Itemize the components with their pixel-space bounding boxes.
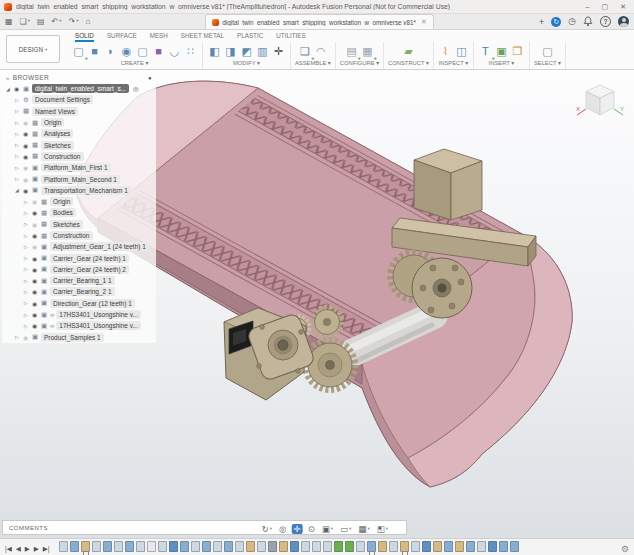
browser-item-platform-main-first-1[interactable]: ▷◉▣Platform_Main_First 1 — [2, 162, 156, 173]
timeline-feature-icon[interactable] — [191, 541, 200, 552]
grid-layout-icon[interactable]: ▦▾ — [356, 524, 371, 535]
ribbon-group-label-insert[interactable]: INSERT ▾ — [489, 60, 515, 68]
timeline-feature-icon[interactable] — [235, 541, 244, 552]
maximize-button[interactable]: ▢ — [602, 3, 609, 11]
timeline-feature-icon[interactable] — [367, 541, 376, 552]
collapsed-arrow-icon[interactable]: ▷ — [14, 153, 20, 159]
browser-item-sketches[interactable]: ▷◉▦Sketches — [2, 219, 156, 230]
help-icon[interactable]: ? — [600, 16, 611, 27]
timeline-step-back-button[interactable]: ◀ — [16, 545, 21, 553]
visibility-eye-icon[interactable]: ◉ — [22, 187, 29, 194]
visibility-eye-icon[interactable]: ◉ — [31, 232, 38, 239]
visibility-eye-icon[interactable]: ◉ — [31, 322, 38, 329]
visibility-eye-icon[interactable]: ◉ — [22, 334, 29, 341]
look-at-icon[interactable]: ◎ — [277, 524, 288, 535]
browser-display-icon[interactable]: ● — [148, 75, 152, 81]
job-status-icon[interactable]: ↻ — [551, 17, 561, 27]
revolve-icon[interactable]: ◗ — [103, 43, 118, 60]
browser-item-transportation-mechanism-1[interactable]: ◢◉▣Transportation_Mechanism 1 — [2, 185, 156, 196]
timeline-feature-icon[interactable] — [389, 541, 398, 552]
collapsed-arrow-icon[interactable]: ▷ — [23, 210, 29, 216]
browser-item-construction[interactable]: ▷◉▦Construction — [2, 230, 156, 241]
timeline-feature-icon[interactable] — [268, 541, 277, 552]
ribbon-group-label-create[interactable]: CREATE ▾ — [121, 60, 149, 68]
file-icon[interactable]: ❏▾ — [20, 18, 30, 26]
timeline-feature-icon[interactable] — [59, 541, 68, 552]
collapsed-arrow-icon[interactable]: ▷ — [23, 278, 29, 284]
timeline-feature-icon[interactable] — [114, 541, 123, 552]
recent-files-icon[interactable]: ◷ — [568, 17, 576, 26]
timeline-feature-icon[interactable] — [345, 541, 354, 552]
timeline-play-button[interactable]: ▶ — [25, 545, 30, 553]
browser-item-platform-main-second-1[interactable]: ▷◉▣Platform_Main_Second 1 — [2, 173, 156, 184]
collapsed-arrow-icon[interactable]: ▷ — [23, 255, 29, 261]
visibility-eye-icon[interactable]: ◉ — [13, 85, 20, 92]
browser-item-carrier-gear-24-teeth-1[interactable]: ▷◉▣Carrier_Gear (24 teeth) 1 — [2, 252, 156, 263]
timeline-feature-icon[interactable] — [422, 541, 431, 552]
collapsed-arrow-icon[interactable]: ▷ — [23, 244, 29, 250]
ribbon-tab-mesh[interactable]: MESH — [150, 32, 168, 42]
browser-item-bodies[interactable]: ▷◉▦Bodies — [2, 207, 156, 218]
timeline-feature-icon[interactable] — [202, 541, 211, 552]
collapsed-arrow-icon[interactable]: ▷ — [14, 120, 20, 126]
browser-item-carrier-bearing-2-1[interactable]: ▷◉▣Carrier_Bearing_2 1 — [2, 286, 156, 297]
expanded-arrow-icon[interactable]: ◢ — [14, 187, 20, 193]
collapsed-arrow-icon[interactable]: ▷ — [23, 199, 29, 205]
timeline-step-forward-button[interactable]: ▶ — [34, 545, 39, 553]
pattern-icon[interactable]: ∷ — [183, 43, 198, 60]
collapsed-arrow-icon[interactable]: ▷ — [23, 289, 29, 295]
timeline-feature-icon[interactable] — [213, 541, 222, 552]
timeline-feature-icon[interactable] — [158, 541, 167, 552]
visibility-eye-icon[interactable]: ◉ — [22, 176, 29, 183]
viewcube-y-label[interactable]: Y — [620, 106, 624, 112]
timeline-feature-icon[interactable] — [290, 541, 299, 552]
orbit-icon[interactable]: ↻▾ — [260, 524, 274, 535]
ribbon-group-label-configure[interactable]: CONFIGURE ▾ — [340, 60, 379, 68]
visibility-eye-icon[interactable]: ◉ — [31, 243, 38, 250]
visibility-eye-icon[interactable]: ◉ — [22, 130, 29, 137]
visibility-eye-icon[interactable]: ◉ — [31, 198, 38, 205]
model-canvas[interactable]: « BROWSER ● ◢◉▣digital_twin_enabled_smar… — [0, 70, 634, 538]
collapsed-arrow-icon[interactable]: ▷ — [14, 97, 20, 103]
timeline-feature-icon[interactable] — [378, 541, 387, 552]
redo-icon[interactable]: ↷▾ — [69, 18, 79, 26]
viewcube-x-label[interactable]: X — [576, 106, 580, 112]
browser-item-origin[interactable]: ▷◉▦Origin — [2, 117, 156, 128]
visibility-eye-icon[interactable]: ◉ — [31, 300, 38, 307]
timeline-feature-icon[interactable] — [488, 541, 497, 552]
configuration-table-icon[interactable]: ▦+ — [360, 43, 375, 60]
viewports-icon[interactable]: ◫▾ — [375, 524, 390, 535]
visibility-eye-icon[interactable]: ◉ — [22, 164, 29, 171]
collapsed-arrow-icon[interactable]: ▷ — [14, 334, 20, 340]
timeline-feature-icon[interactable] — [356, 541, 365, 552]
browser-item-adjustment-gear-1-24-teeth-1[interactable]: ▷◉▣Adjustment_Gear_1 (24 teeth) 1 — [2, 241, 156, 252]
visibility-eye-icon[interactable]: ◉ — [31, 255, 38, 262]
timeline-settings-gear-icon[interactable]: ⚙ — [621, 544, 629, 554]
display-settings-icon[interactable]: ▭▾ — [338, 524, 353, 535]
browser-item-digital-twin-enabled-smart-s[interactable]: ◢◉▣digital_twin_enabled_smart_s...◎ — [2, 83, 156, 94]
undo-icon[interactable]: ↶▾ — [52, 18, 62, 26]
visibility-eye-icon[interactable]: ◉ — [31, 221, 38, 228]
move-icon[interactable]: ✛ — [271, 43, 286, 60]
measure-icon[interactable]: ⌇ — [438, 43, 453, 60]
timeline-feature-icon[interactable] — [103, 541, 112, 552]
fit-icon[interactable]: ▣▾ — [320, 524, 335, 535]
ribbon-tab-solid[interactable]: SOLID — [75, 32, 94, 42]
timeline-feature-icon[interactable] — [246, 541, 255, 552]
visibility-eye-icon[interactable]: ◉ — [31, 311, 38, 318]
visibility-eye-icon[interactable]: ◉ — [22, 153, 29, 160]
timeline-feature-icon[interactable] — [70, 541, 79, 552]
timeline-feature-icon[interactable] — [224, 541, 233, 552]
collapsed-arrow-icon[interactable]: ▷ — [14, 131, 20, 137]
collapsed-arrow-icon[interactable]: ▷ — [23, 323, 29, 329]
collapsed-arrow-icon[interactable]: ▷ — [14, 108, 20, 114]
shell-icon[interactable]: ◩ — [239, 43, 254, 60]
carrier-bearing-flange[interactable] — [412, 258, 472, 318]
construct-plane-icon[interactable]: ▰ — [401, 43, 416, 60]
collapsed-arrow-icon[interactable]: ▷ — [23, 312, 29, 318]
section-analysis-icon[interactable]: ◫ — [454, 43, 469, 60]
tab-close-icon[interactable]: ✕ — [421, 18, 427, 26]
patch-icon[interactable]: ◡ — [167, 43, 182, 60]
expanded-arrow-icon[interactable]: ◢ — [5, 86, 11, 92]
design-workspace-button[interactable]: DESIGN▾ — [6, 35, 60, 63]
